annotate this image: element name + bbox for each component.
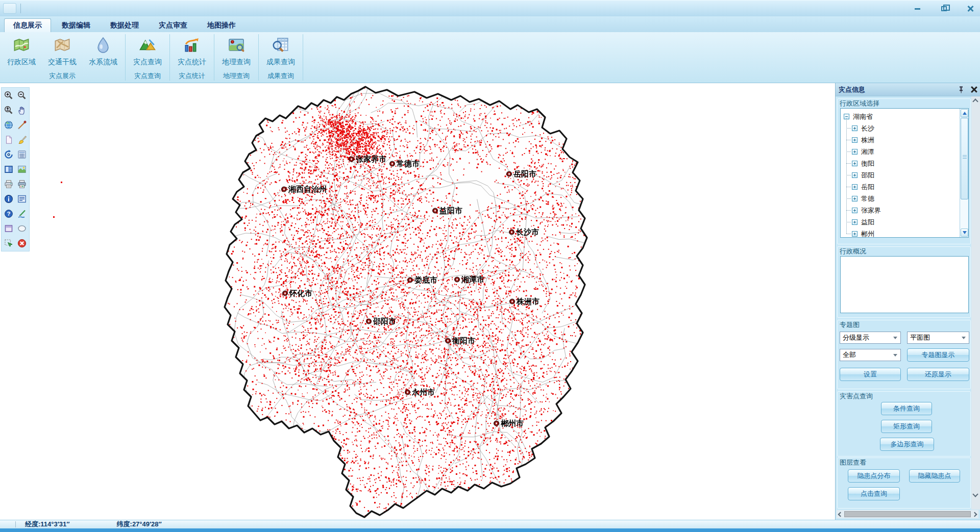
zoom-in-icon[interactable] [3, 90, 15, 101]
expand-icon[interactable] [852, 184, 857, 190]
expand-icon[interactable] [852, 208, 857, 213]
scroll-right-icon[interactable] [972, 512, 977, 517]
tab-数据处理[interactable]: 数据处理 [101, 18, 148, 32]
tree-node-湘潭[interactable]: 湘潭 [852, 146, 967, 158]
select-rectangle-icon[interactable] [3, 223, 15, 234]
ribbon-button-水系流域[interactable]: 水系流域 [83, 33, 124, 67]
panel-vertical-scrollbar[interactable] [971, 96, 980, 510]
pin-icon[interactable] [957, 86, 965, 94]
quick-access-toolbar[interactable] [3, 3, 16, 14]
delete-icon[interactable] [16, 238, 28, 249]
condition-query-button[interactable]: 条件查询 [881, 402, 932, 415]
tab-地图操作[interactable]: 地图操作 [198, 18, 245, 32]
pan-hand-icon[interactable] [16, 105, 28, 116]
horizontal-scroll-thumb[interactable] [844, 511, 971, 517]
layer-window-icon[interactable] [3, 164, 15, 175]
rectangle-query-button[interactable]: 矩形查询 [881, 420, 932, 433]
tree-node-岳阳[interactable]: 岳阳 [852, 181, 967, 193]
status-bar: 经度:114°3′31″ 纬度:27°49′28″ [0, 520, 980, 528]
window-restore-button[interactable] [937, 3, 950, 14]
ribbon-button-灾点查询[interactable]: 灾点查询 [127, 33, 168, 67]
tree-node-张家界[interactable]: 张家界 [852, 205, 967, 216]
window-close-button[interactable] [964, 3, 977, 14]
print-preview-icon[interactable] [16, 179, 28, 190]
hazard-distribution-button[interactable]: 隐患点分布 [848, 469, 900, 483]
tree-node-株洲[interactable]: 株洲 [852, 134, 967, 146]
globe-icon[interactable] [3, 119, 15, 131]
ribbon-group-label: 灾点查询 [127, 71, 168, 83]
ribbon-button-灾点统计[interactable]: 灾点统计 [172, 33, 212, 67]
zoom-extent-icon[interactable] [3, 105, 15, 116]
scope-value: 全部 [843, 350, 856, 360]
scroll-down-icon[interactable] [972, 491, 978, 497]
expand-icon[interactable] [852, 196, 857, 201]
tree-node-label: 郴州 [861, 230, 874, 238]
ribbon-group-separator [214, 34, 214, 81]
legend-window-icon[interactable] [16, 193, 28, 205]
map-canvas[interactable] [0, 83, 835, 520]
clear-page-icon[interactable] [3, 134, 15, 145]
expand-icon[interactable] [852, 125, 857, 131]
info-icon[interactable] [3, 193, 15, 205]
brush-icon[interactable] [16, 134, 28, 145]
tree-node-常德[interactable]: 常德 [852, 193, 967, 205]
ribbon-group-separator [125, 34, 126, 81]
scroll-up-icon[interactable] [972, 98, 978, 104]
tree-scrollbar[interactable] [960, 109, 968, 237]
tab-灾点审查[interactable]: 灾点审查 [150, 18, 197, 32]
select-ellipse-icon[interactable] [16, 223, 28, 234]
layer-view-group: 图层查看 隐患点分布 隐藏隐患点 点击查询 [837, 458, 971, 509]
ribbon-button-地理查询[interactable]: 地理查询 [216, 33, 257, 67]
polygon-query-button[interactable]: 多边形查询 [880, 438, 934, 451]
region-select-group: 行政区域选择 湖南省长沙株洲湘潭衡阳邵阳岳阳常德张家界益阳郴州 [837, 98, 971, 244]
tab-数据编辑[interactable]: 数据编辑 [53, 18, 100, 32]
map-type-select[interactable]: 平面图 [907, 332, 969, 344]
refresh-view-icon[interactable] [3, 149, 15, 160]
print-icon[interactable] [3, 179, 15, 190]
tree-node-益阳[interactable]: 益阳 [852, 216, 967, 228]
tree-node-邵阳[interactable]: 邵阳 [852, 169, 967, 181]
thematic-show-button[interactable]: 专题图显示 [907, 348, 969, 362]
tree-node-长沙[interactable]: 长沙 [852, 122, 967, 134]
tree-node-衡阳[interactable]: 衡阳 [852, 158, 967, 169]
hide-hazard-button[interactable]: 隐藏隐患点 [909, 469, 960, 483]
sketch-icon[interactable] [16, 208, 28, 219]
panel-close-icon[interactable] [970, 86, 977, 93]
tree-node-label: 湘潭 [861, 147, 874, 157]
expand-icon[interactable] [852, 137, 857, 143]
region-tree[interactable]: 湖南省长沙株洲湘潭衡阳邵阳岳阳常德张家界益阳郴州 [840, 108, 969, 238]
expand-icon[interactable] [852, 219, 857, 225]
scope-select[interactable]: 全部 [840, 349, 901, 361]
help-icon[interactable]: ? [3, 208, 15, 219]
expand-icon[interactable] [852, 231, 857, 237]
zoom-out-icon[interactable] [16, 90, 28, 101]
ribbon-group-separator [169, 34, 170, 81]
ribbon-button-成果查询[interactable]: 成果查询 [260, 33, 301, 67]
select-polygon-icon[interactable] [3, 238, 15, 249]
scroll-left-icon[interactable] [838, 512, 843, 517]
expand-icon[interactable] [852, 172, 857, 178]
window-minimize-button[interactable] [911, 3, 924, 14]
tree-scroll-thumb[interactable] [961, 118, 968, 199]
settings-button[interactable]: 设置 [840, 368, 901, 381]
export-image-icon[interactable] [16, 164, 28, 175]
expand-icon[interactable] [852, 149, 857, 155]
ribbon-button-交通干线[interactable]: 交通干线 [42, 33, 83, 67]
toolbar-separator [20, 4, 21, 13]
click-query-button[interactable]: 点击查询 [848, 487, 900, 500]
tree-node-郴州[interactable]: 郴州 [852, 228, 967, 238]
tree-node-root[interactable]: 湖南省 [844, 111, 967, 122]
tree-scroll-up-icon[interactable] [961, 109, 968, 117]
grade-display-select[interactable]: 分级显示 [840, 332, 901, 344]
panel-horizontal-scrollbar[interactable] [837, 510, 978, 518]
ribbon: 行政区域交通干线水系流域灾点展示灾点查询灾点查询灾点统计灾点统计地理查询地理查询… [0, 32, 980, 83]
attribute-table-icon[interactable] [16, 149, 28, 160]
measure-pin-icon[interactable] [16, 119, 28, 131]
expand-icon[interactable] [852, 161, 857, 166]
tab-信息展示[interactable]: 信息展示 [4, 18, 51, 32]
tree-scroll-down-icon[interactable] [961, 229, 968, 237]
restore-display-button[interactable]: 还原显示 [907, 368, 969, 381]
overview-textbox[interactable] [840, 256, 969, 313]
status-separator [15, 521, 16, 527]
ribbon-button-行政区域[interactable]: 行政区域 [1, 33, 42, 67]
